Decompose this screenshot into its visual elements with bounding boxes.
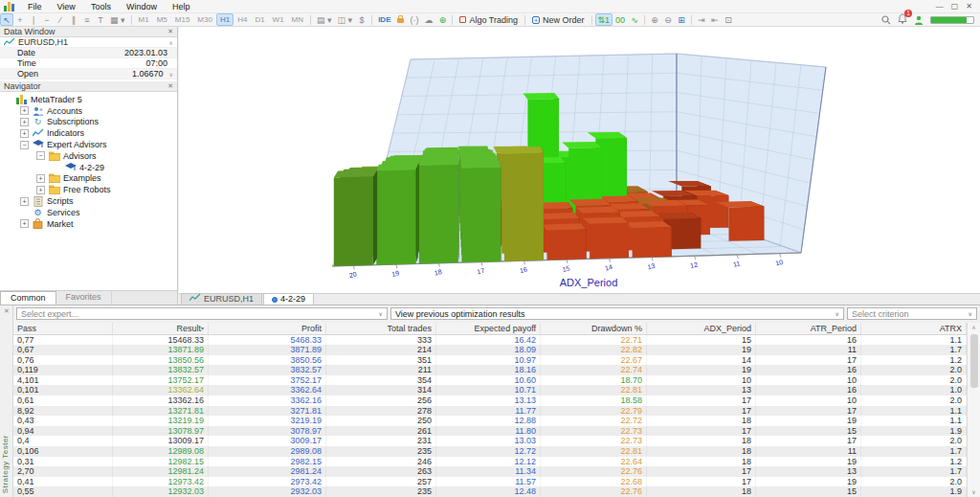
scroll-up-icon[interactable]: ∧ xyxy=(971,323,975,332)
horizontal-line-tool-button[interactable]: − xyxy=(40,13,54,26)
select-expert-dropdown[interactable]: Select expert...∨ xyxy=(16,307,388,320)
new-order-button[interactable]: +New Order xyxy=(528,13,589,26)
sidebar-item-examples[interactable]: +Examples xyxy=(0,173,177,185)
sidebar-item-accounts[interactable]: +Accounts xyxy=(0,105,177,117)
column-header-result[interactable]: Result ▾ xyxy=(113,323,209,334)
column-header-drawdown-[interactable]: Drawdown % xyxy=(541,323,647,334)
crosshair-tool-button[interactable]: + xyxy=(13,13,27,26)
chart-tab-4-2-29[interactable]: 4-2-29 xyxy=(263,293,314,305)
column-header-profit[interactable]: Profit xyxy=(209,323,326,334)
tree-expand-icon[interactable]: + xyxy=(36,174,45,183)
sidebar-tab-favorites[interactable]: Favorites xyxy=(56,291,112,305)
table-row[interactable]: 0,10113362.643362.6431410.7122.8113161.0 xyxy=(13,385,967,395)
zoom-out-button[interactable]: ⊖ xyxy=(661,13,675,26)
column-header-adx-period[interactable]: ADX_Period xyxy=(647,323,756,334)
table-row[interactable]: 4,10113752.173752.1735410.6018.7010102.0 xyxy=(13,375,967,386)
table-row[interactable]: 0,10612989.082989.0823512.7222.8118111.7 xyxy=(13,446,967,457)
tree-expand-icon[interactable]: + xyxy=(20,197,29,206)
text-tool-button[interactable]: T xyxy=(94,13,107,26)
shift-right-button[interactable]: ⇥ xyxy=(695,13,708,26)
results-view-dropdown[interactable]: View previous optimization results∨ xyxy=(390,307,844,320)
line-chart-type-button[interactable]: ∿ xyxy=(628,13,641,26)
zoom-in-button[interactable]: ⊕ xyxy=(648,13,661,26)
table-row[interactable]: 0,3112982.152982.1524612.1222.6418191.2 xyxy=(13,457,967,467)
table-row[interactable]: 0,7715468.335468.3333316.4222.7115161.1 xyxy=(13,335,967,346)
trendline-tool-button[interactable]: ∕ xyxy=(54,13,67,26)
sidebar-item-services[interactable]: +⚙Services xyxy=(0,207,177,218)
shift-left-button[interactable]: ⇤ xyxy=(708,13,722,26)
sidebar-item-metatrader-5[interactable]: +MetaTrader 5 xyxy=(0,94,177,105)
tree-expand-icon[interactable]: − xyxy=(20,141,29,149)
camera-button[interactable]: ⊡ xyxy=(722,13,735,26)
account-person-icon[interactable] xyxy=(914,15,924,25)
tree-expand-icon[interactable]: + xyxy=(20,219,29,228)
bar-chart-type-button[interactable]: ⇅1 xyxy=(595,13,613,26)
restore-button[interactable]: ▢ xyxy=(951,2,959,11)
timeframe-m15-button[interactable]: M15 xyxy=(171,13,194,26)
timeframe-mn-button[interactable]: MN xyxy=(288,13,307,26)
table-row[interactable]: 0,6113362.163362.1625613.1318.5817102.0 xyxy=(13,395,967,406)
timeframe-h4-button[interactable]: H4 xyxy=(234,13,251,26)
strategy-tester-vertical-tab[interactable]: Strategy Tester xyxy=(1,435,10,493)
timeframe-d1-button[interactable]: D1 xyxy=(251,13,268,26)
tester-close-icon[interactable]: ✕ xyxy=(4,307,10,315)
sidebar-item-subscriptions[interactable]: +↻Subscriptions xyxy=(0,117,177,128)
navigator-close-icon[interactable]: ✕ xyxy=(167,82,173,90)
tree-expand-icon[interactable]: + xyxy=(36,186,45,194)
sidebar-item-advisors[interactable]: −Advisors xyxy=(0,150,177,162)
column-header-total-trades[interactable]: Total trades xyxy=(326,323,436,334)
table-row[interactable]: 0,413009.173009.1723113.0322.7318172.0 xyxy=(13,436,967,446)
menu-item-help[interactable]: Help xyxy=(165,2,198,11)
cursor-tool-button[interactable]: ↖ xyxy=(0,13,13,26)
column-header-atr-period[interactable]: ATR_Period xyxy=(756,323,861,334)
chart-template-button[interactable]: ▤ ▾ xyxy=(314,13,335,26)
timeframe-w1-button[interactable]: W1 xyxy=(269,13,288,26)
table-row[interactable]: 0,7613850.563850.5635110.9722.6714171.2 xyxy=(13,355,967,366)
select-criterion-dropdown[interactable]: Select criterion∨ xyxy=(847,307,977,320)
data-window-symbol-row[interactable]: EURUSD,H1 ∧ xyxy=(0,37,177,48)
notifications-bell-icon[interactable]: 1 xyxy=(898,13,907,26)
sidebar-item-scripts[interactable]: +Scripts xyxy=(0,195,177,207)
timeframe-m5-button[interactable]: M5 xyxy=(153,13,171,26)
vertical-line-tool-button[interactable]: ∣ xyxy=(27,13,40,26)
column-header-expected-payoff[interactable]: Expected payoff xyxy=(436,323,541,334)
grid-button[interactable]: ⊞ xyxy=(675,13,688,26)
timeframe-m30-button[interactable]: M30 xyxy=(193,13,216,26)
table-row[interactable]: 0,5512932.032932.0323512.4822.7618151.9 xyxy=(13,486,967,497)
column-header-pass[interactable]: Pass xyxy=(13,323,113,334)
tree-expand-icon[interactable]: + xyxy=(20,118,29,126)
candle-chart-type-button[interactable]: 00 xyxy=(612,13,628,26)
search-icon[interactable] xyxy=(881,15,891,25)
menu-item-file[interactable]: File xyxy=(20,2,50,11)
table-scrollbar[interactable]: ∧ ∨ xyxy=(967,323,980,497)
tree-expand-icon[interactable]: + xyxy=(20,106,29,115)
community-globe-icon[interactable]: ⊛ xyxy=(435,13,449,26)
lock-icon[interactable] xyxy=(393,13,407,26)
ide-button[interactable]: IDE xyxy=(375,13,393,26)
tree-expand-icon[interactable]: − xyxy=(36,151,45,160)
table-row[interactable]: 0,4313219.193219.1925012.8822.7218191.1 xyxy=(13,416,967,426)
sidebar-item-expert-advisors[interactable]: −Expert Advisors xyxy=(0,139,177,150)
objects-tool-button[interactable]: ▦ ▾ xyxy=(107,13,128,26)
column-header-atrx[interactable]: ATRX xyxy=(861,323,967,334)
cloud-icon[interactable]: ☁ xyxy=(421,13,435,26)
table-row[interactable]: 8,9213271.813271.8127811.7722.7917171.1 xyxy=(13,406,967,417)
chart-tab-eurusd-h1[interactable]: EURUSD,H1 xyxy=(181,293,262,305)
table-row[interactable]: 0,4112973.422973.4225711.5722.6817192.0 xyxy=(13,477,967,487)
fibonacci-tool-button[interactable]: ≡ xyxy=(80,13,94,26)
scroll-up-icon[interactable]: ∧ xyxy=(169,39,173,46)
menu-item-window[interactable]: Window xyxy=(119,2,165,11)
timeframe-m1-button[interactable]: M1 xyxy=(135,13,153,26)
sidebar-tab-common[interactable]: Common xyxy=(0,291,56,305)
table-row[interactable]: 0,11913832.573832.5721118.1622.7419162.0 xyxy=(13,365,967,375)
algo-trading-button[interactable]: Algo Trading xyxy=(456,13,522,26)
data-window-close-icon[interactable]: ✕ xyxy=(167,28,173,35)
table-row[interactable]: 0,9413078.973078.9726111.8022.7317151.9 xyxy=(13,426,967,437)
timeframe-h1-button[interactable]: H1 xyxy=(216,13,234,26)
scroll-down-icon[interactable]: ∨ xyxy=(971,487,975,497)
sidebar-item-market[interactable]: +Market xyxy=(0,218,177,230)
sidebar-item-4-2-29[interactable]: +4-2-29 xyxy=(0,162,177,173)
menu-item-view[interactable]: View xyxy=(50,2,83,11)
menu-item-tools[interactable]: Tools xyxy=(83,2,119,11)
minimize-button[interactable]: — xyxy=(936,2,944,11)
